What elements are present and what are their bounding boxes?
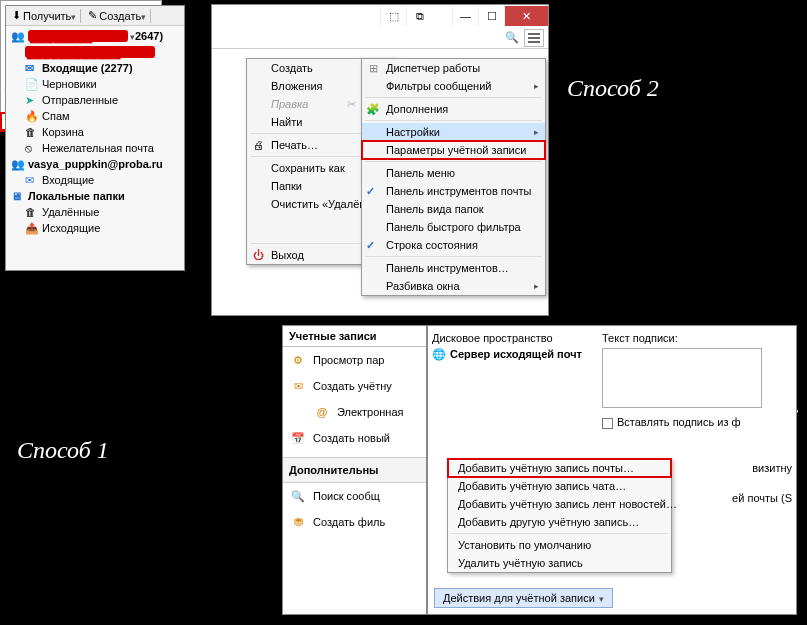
set-default-account[interactable]: Установить по умолчанию (448, 536, 671, 554)
drafts-folder[interactable]: 📄Черновики (7, 76, 184, 92)
inbox2-folder[interactable]: ✉Входящие (7, 172, 184, 188)
calendar-icon: 📅 (289, 432, 307, 445)
deleted-folder[interactable]: 🗑Удалённые (7, 204, 184, 220)
minimize-icon[interactable]: — (452, 6, 478, 26)
local-folders[interactable]: 🖥Локальные папки (7, 188, 184, 204)
chevron-down-icon[interactable] (71, 10, 76, 22)
opt-search[interactable]: 🔍Поиск сообщ (283, 483, 426, 509)
more-header: Дополнительны (283, 457, 426, 483)
toolbar-create[interactable]: Создать (99, 10, 141, 22)
grid-icon: ⊞ (366, 62, 380, 75)
submenu-account-params[interactable]: Параметры учётной записи (362, 141, 545, 159)
flame-icon: 🔥 (25, 110, 39, 122)
computer-icon: 🖥 (11, 190, 25, 202)
opt-filters[interactable]: ⛃Создать филь (283, 509, 426, 535)
submenu-split-window[interactable]: Разбивка окна (362, 277, 545, 295)
opt-create-account[interactable]: ✉Создать учётну (283, 373, 426, 399)
outgoing-folder[interactable]: 📤Исходящие (7, 220, 184, 236)
submenu-dispatcher[interactable]: ⊞Диспетчер работы (362, 59, 545, 77)
close-icon[interactable]: ✕ (504, 6, 548, 26)
add-feed-account[interactable]: Добавить учётную запись лент новостей… (448, 495, 671, 513)
inbox-icon: ✉ (25, 62, 39, 74)
submenu-filters[interactable]: Фильтры сообщений (362, 77, 545, 95)
signature-label: Текст подписи: (602, 330, 792, 346)
toolbar-row: 🔍 (212, 27, 548, 49)
app-submenu: ⊞Диспетчер работы Фильтры сообщений 🧩Доп… (361, 58, 546, 296)
delete-account[interactable]: Удалить учётную запись (448, 554, 671, 572)
account-actions-button[interactable]: Действия для учётной записи (434, 588, 613, 608)
search-icon[interactable]: 🔍 (504, 31, 520, 44)
checkbox-icon (602, 418, 613, 429)
account-count: 2647) (135, 30, 163, 42)
at-icon: @ (313, 406, 331, 418)
restore-icon[interactable]: ⬚ (380, 6, 406, 26)
mail-sidebar-panel: ⬇ Получить ✎ Создать 👥 ████████ 2647) ██… (5, 5, 185, 271)
redacted-account: ████████ (28, 30, 128, 42)
search-icon: 🔍 (289, 490, 307, 503)
drafts-icon: 📄 (25, 78, 39, 90)
toolbar-get[interactable]: Получить (23, 10, 71, 22)
account-row[interactable]: 👥 ████████ 2647) (7, 28, 184, 44)
filter-icon: ⛃ (289, 516, 307, 529)
signature-textarea[interactable] (602, 348, 762, 408)
trash-icon: 🗑 (25, 126, 39, 138)
maximize-icon[interactable]: ☐ (478, 6, 504, 26)
submenu-toolbars[interactable]: Панель инструментов… (362, 259, 545, 277)
outgoing-server-item[interactable]: 🌐Сервер исходящей почт (432, 346, 594, 362)
annotation-method1: Способ 1 (17, 437, 109, 464)
hamburger-menu-button[interactable] (524, 29, 544, 47)
junk-icon: ⦸ (25, 142, 39, 154)
accounts-header: Учетные записи (283, 326, 426, 347)
sidebar-toolbar: ⬇ Получить ✎ Создать (6, 6, 184, 26)
opt-email[interactable]: @Электронная (283, 399, 426, 425)
globe-icon: 🌐 (432, 348, 446, 361)
sent-folder[interactable]: ➤Отправленные (7, 92, 184, 108)
cut-icon: ✂ (346, 98, 355, 111)
inbox-icon: ✉ (25, 174, 39, 186)
spam-folder[interactable]: 🔥Спам (7, 108, 184, 124)
sent-icon: ➤ (25, 94, 39, 106)
account-icon: 👥 (11, 30, 25, 42)
account2-row[interactable]: 👥vasya_puppkin@proba.ru (7, 156, 184, 172)
account-actions-menu: Добавить учётную запись почты… Добавить … (447, 458, 672, 573)
download-icon: ⬇ (9, 9, 23, 22)
annotation-method2: Способ 2 (567, 75, 659, 102)
submenu-settings[interactable]: Настройки (362, 123, 545, 141)
check-icon: ✓ (366, 239, 375, 252)
opt-new-calendar[interactable]: 📅Создать новый (283, 425, 426, 451)
window-titlebar: ⬚ ⧉ — ☐ ✕ (212, 5, 548, 27)
gear-icon: ⚙ (289, 354, 307, 367)
restore2-icon[interactable]: ⧉ (406, 6, 432, 26)
insert-sig-checkbox[interactable]: Вставлять подпись из ф (602, 414, 792, 430)
pencil-icon: ✎ (85, 9, 99, 22)
submenu-statusbar[interactable]: ✓Строка состояния (362, 236, 545, 254)
printer-icon: 🖨 (251, 139, 265, 151)
trash-icon: 🗑 (25, 206, 39, 218)
add-chat-account[interactable]: Добавить учётную запись чата… (448, 477, 671, 495)
disk-space-item[interactable]: Дисковое пространство (432, 330, 594, 346)
accounts-panel: Учетные записи ⚙Просмотр пар ✉Создать уч… (282, 325, 427, 615)
exit-icon: ⏻ (251, 249, 265, 261)
check-icon: ✓ (366, 185, 375, 198)
submenu-quick-filter[interactable]: Панель быстрого фильтра (362, 218, 545, 236)
inbox-folder[interactable]: ✉Входящие (2277) (7, 60, 184, 76)
puzzle-icon: 🧩 (366, 103, 380, 116)
junk-folder[interactable]: ⦸Нежелательная почта (7, 140, 184, 156)
chevron-down-icon[interactable] (141, 10, 146, 22)
submenu-menubar[interactable]: Панель меню (362, 164, 545, 182)
chevron-down-icon (599, 592, 604, 604)
trash-folder[interactable]: 🗑Корзина (7, 124, 184, 140)
redacted-row: ████████████ (7, 44, 184, 60)
submenu-addons[interactable]: 🧩Дополнения (362, 100, 545, 118)
add-other-account[interactable]: Добавить другую учётную запись… (448, 513, 671, 531)
submenu-folder-view[interactable]: Панель вида папок (362, 200, 545, 218)
folder-tree: 👥 ████████ 2647) ████████████ ✉Входящие … (6, 26, 184, 236)
opt-view-params[interactable]: ⚙Просмотр пар (283, 347, 426, 373)
mail-plus-icon: ✉ (289, 380, 307, 393)
account-icon: 👥 (11, 158, 25, 170)
add-mail-account[interactable]: Добавить учётную запись почты… (448, 459, 671, 477)
outbox-icon: 📤 (25, 222, 39, 234)
submenu-mail-toolbar[interactable]: ✓Панель инструментов почты (362, 182, 545, 200)
